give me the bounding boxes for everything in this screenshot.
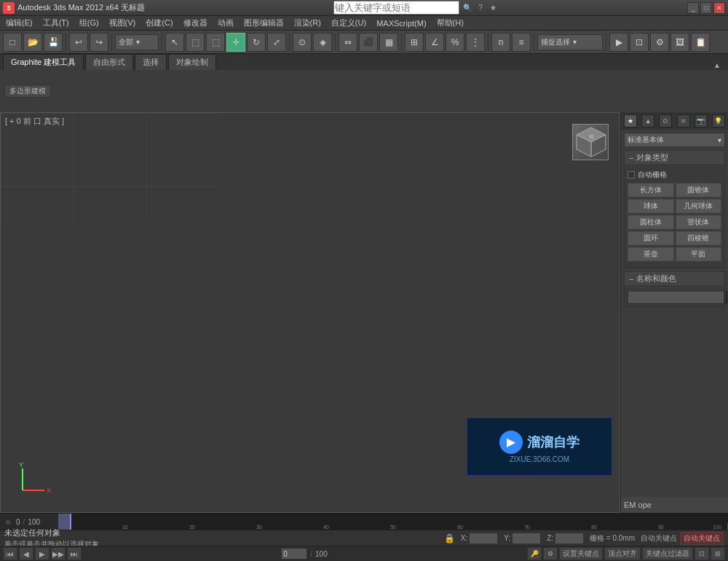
autogrid-checkbox[interactable] bbox=[628, 171, 635, 178]
select-object-button[interactable]: ↖ bbox=[165, 33, 184, 52]
ribbon-tab-freeform[interactable]: 自由形式 bbox=[85, 54, 133, 70]
viewport[interactable]: [ + 0 前 口 真实 ] 前 bbox=[0, 112, 620, 513]
menu-edit[interactable]: 编辑(E) bbox=[1, 16, 37, 30]
view-button-1[interactable]: ⊡ bbox=[695, 547, 709, 560]
color-swatch[interactable] bbox=[726, 291, 727, 304]
standard-primitives-dropdown[interactable]: 标准基本体 ▾ bbox=[624, 133, 725, 147]
scale-button[interactable]: ⤢ bbox=[267, 33, 286, 52]
mirror-button[interactable]: ⇔ bbox=[339, 33, 357, 52]
star-icon[interactable]: ★ bbox=[488, 3, 499, 13]
menu-tools[interactable]: 工具(T) bbox=[39, 16, 74, 30]
render-to-texture-button[interactable]: 📋 bbox=[691, 33, 710, 52]
rpanel-tab-hierarchy[interactable]: ⊙ bbox=[659, 114, 672, 128]
teapot-button[interactable]: 茶壶 bbox=[628, 247, 674, 262]
next-frame-button[interactable]: ▶▶ bbox=[51, 547, 66, 560]
render-dropdown[interactable]: 捕捉选择 ▾ bbox=[537, 34, 603, 50]
save-button[interactable]: 💾 bbox=[44, 33, 63, 52]
search-icon[interactable]: 🔍 bbox=[462, 3, 472, 13]
view-button-2[interactable]: ⊞ bbox=[711, 547, 725, 560]
menu-group[interactable]: 组(G) bbox=[75, 16, 103, 30]
render-setup-button[interactable]: ⚙ bbox=[650, 33, 669, 52]
prev-frame-button[interactable]: ◀ bbox=[19, 547, 33, 560]
auto-key-button[interactable]: 自动关键点 bbox=[680, 532, 724, 545]
menu-maxscript[interactable]: MAXScript(M) bbox=[372, 17, 430, 29]
rotate-button[interactable]: ↻ bbox=[247, 33, 266, 52]
time-config-button[interactable]: ⚙ bbox=[543, 547, 558, 560]
open-button[interactable]: 📂 bbox=[23, 33, 42, 52]
menu-customize[interactable]: 自定义(U) bbox=[327, 16, 371, 30]
search-input[interactable] bbox=[333, 1, 459, 15]
layers-button[interactable]: ≡ bbox=[512, 33, 531, 52]
lock-icon[interactable]: 🔒 bbox=[445, 533, 455, 544]
go-to-start-button[interactable]: ⏮ bbox=[3, 547, 17, 560]
rpanel-tab-display[interactable]: 📷 bbox=[695, 114, 708, 128]
cylinder-button[interactable]: 圆柱体 bbox=[628, 215, 674, 230]
z-input[interactable] bbox=[555, 533, 584, 544]
timeline-thumb[interactable] bbox=[58, 514, 71, 530]
spinner-snap-button[interactable]: ⋮ bbox=[466, 33, 485, 52]
sphere-button[interactable]: 球体 bbox=[628, 199, 674, 213]
align-button[interactable]: ⬛ bbox=[359, 33, 378, 52]
x-input[interactable] bbox=[469, 533, 498, 544]
view-cube[interactable]: 前 bbox=[569, 120, 612, 164]
render-label: 捕捉选择 bbox=[541, 37, 570, 47]
box-button[interactable]: 长方体 bbox=[628, 183, 674, 197]
rpanel-tab-motion[interactable]: ≡ bbox=[677, 114, 690, 128]
selection-label: 全部 bbox=[119, 37, 133, 47]
content-row: [ + 0 前 口 真实 ] 前 bbox=[0, 112, 728, 513]
reference-coord-button[interactable]: ⊙ bbox=[293, 33, 312, 52]
array-button[interactable]: ▦ bbox=[379, 33, 398, 52]
plane-button[interactable]: 平面 bbox=[676, 247, 722, 262]
key-filter-label-button[interactable]: 关键点过滤器 bbox=[642, 547, 693, 560]
play-button[interactable]: ▶ bbox=[35, 547, 50, 560]
window-crossing-button[interactable]: ⬚ bbox=[206, 33, 225, 52]
redo-button[interactable]: ↪ bbox=[90, 33, 108, 52]
angle-snap-button[interactable]: ∠ bbox=[425, 33, 444, 52]
menu-modifiers[interactable]: 修改器 bbox=[179, 16, 212, 30]
menu-graph-editor[interactable]: 图形编辑器 bbox=[240, 16, 288, 30]
new-button[interactable]: □ bbox=[3, 33, 22, 52]
menu-view[interactable]: 视图(V) bbox=[105, 16, 141, 30]
object-name-input[interactable] bbox=[628, 291, 724, 304]
named-selections-button[interactable]: n bbox=[491, 33, 510, 52]
close-button[interactable]: ✕ bbox=[713, 2, 725, 14]
select-move-button[interactable]: ✛ bbox=[226, 33, 245, 52]
rpanel-tab-create[interactable]: ★ bbox=[624, 114, 637, 128]
polygon-modeling-btn[interactable]: 多边形建模 bbox=[4, 85, 51, 98]
ribbon-tab-object-paint[interactable]: 对象绘制 bbox=[168, 54, 216, 70]
timeline-key-icon[interactable]: ◇ bbox=[3, 517, 13, 527]
rendered-frame-window-button[interactable]: 🖼 bbox=[670, 33, 689, 52]
maximize-button[interactable]: □ bbox=[700, 2, 712, 14]
help-icon[interactable]: ? bbox=[475, 3, 486, 13]
rpanel-tab-modify[interactable]: ▲ bbox=[641, 114, 654, 128]
tube-button[interactable]: 管状体 bbox=[676, 215, 722, 230]
set-key-button[interactable]: 设置关键点 bbox=[559, 547, 603, 560]
ribbon-collapse-icon[interactable]: ▲ bbox=[712, 60, 722, 70]
undo-button[interactable]: ↩ bbox=[69, 33, 88, 52]
ribbon-tab-select[interactable]: 选择 bbox=[135, 54, 167, 70]
menu-animation[interactable]: 动画 bbox=[213, 16, 238, 30]
go-to-end-button[interactable]: ⏭ bbox=[67, 547, 82, 560]
render-frame-window-button[interactable]: ▶ bbox=[609, 33, 628, 52]
menu-help[interactable]: 帮助(H) bbox=[432, 16, 468, 30]
menu-create[interactable]: 创建(C) bbox=[141, 16, 177, 30]
snap-toggle-button[interactable]: ⊞ bbox=[405, 33, 424, 52]
selection-dropdown[interactable]: 全部 ▾ bbox=[115, 34, 159, 50]
timeline-track[interactable]: 0 10 20 30 40 50 60 70 80 bbox=[58, 514, 728, 530]
select-region-button[interactable]: ⬚ bbox=[186, 33, 205, 52]
ribbon-tab-graphite[interactable]: Graphite 建模工具 bbox=[3, 54, 84, 70]
cone-button[interactable]: 圆锥体 bbox=[676, 183, 722, 197]
quick-render-button[interactable]: ⊡ bbox=[630, 33, 649, 52]
use-pivot-button[interactable]: ◈ bbox=[313, 33, 332, 52]
rpanel-tab-utilities[interactable]: 💡 bbox=[712, 114, 725, 128]
geosphere-button[interactable]: 几何球体 bbox=[676, 199, 722, 213]
percent-snap-button[interactable]: % bbox=[446, 33, 464, 52]
y-input[interactable] bbox=[512, 533, 541, 544]
torus-button[interactable]: 圆环 bbox=[628, 231, 674, 246]
key-filter-button[interactable]: 🔑 bbox=[527, 547, 542, 560]
current-frame-input[interactable] bbox=[281, 548, 307, 560]
vertex-snap-button[interactable]: 顶点对齐 bbox=[604, 547, 641, 560]
minimize-button[interactable]: _ bbox=[687, 2, 699, 14]
menu-render[interactable]: 渲染(R) bbox=[290, 16, 325, 30]
pyramid-button[interactable]: 四棱锥 bbox=[676, 231, 722, 246]
